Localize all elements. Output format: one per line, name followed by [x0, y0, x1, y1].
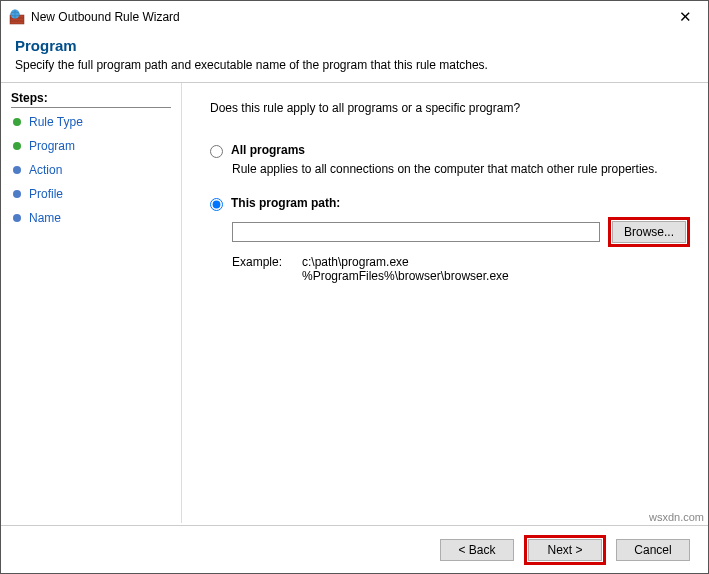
- example-label: Example:: [232, 255, 302, 283]
- window-title: New Outbound Rule Wizard: [31, 10, 670, 24]
- wizard-footer: < Back Next > Cancel: [1, 525, 708, 573]
- page-title: Program: [15, 37, 694, 54]
- bullet-icon: [13, 142, 21, 150]
- program-path-row: Browse...: [232, 217, 690, 247]
- browse-button[interactable]: Browse...: [612, 221, 686, 243]
- program-path-input[interactable]: [232, 222, 600, 242]
- option-all-label: All programs: [231, 143, 305, 157]
- step-rule-type[interactable]: Rule Type: [11, 110, 171, 134]
- browse-highlight: Browse...: [608, 217, 690, 247]
- next-button[interactable]: Next >: [528, 539, 602, 561]
- steps-heading: Steps:: [11, 91, 171, 108]
- bullet-icon: [13, 118, 21, 126]
- wizard-content: Does this rule apply to all programs or …: [181, 83, 708, 523]
- step-profile[interactable]: Profile: [11, 182, 171, 206]
- step-action[interactable]: Action: [11, 158, 171, 182]
- next-highlight: Next >: [524, 535, 606, 565]
- example-text: c:\path\program.exe %ProgramFiles%\brows…: [302, 255, 509, 283]
- firewall-icon: [9, 9, 25, 25]
- step-link[interactable]: Program: [29, 139, 75, 153]
- wizard-body: Steps: Rule Type Program Action Profile …: [1, 83, 708, 523]
- step-link[interactable]: Profile: [29, 187, 63, 201]
- bullet-icon: [13, 166, 21, 174]
- step-link[interactable]: Rule Type: [29, 115, 83, 129]
- step-program[interactable]: Program: [11, 134, 171, 158]
- page-subtitle: Specify the full program path and execut…: [15, 58, 694, 72]
- bullet-icon: [13, 190, 21, 198]
- option-program-path[interactable]: This program path:: [210, 196, 690, 211]
- radio-program-path[interactable]: [210, 198, 223, 211]
- close-button[interactable]: ✕: [670, 8, 700, 26]
- radio-all-programs[interactable]: [210, 145, 223, 158]
- step-name[interactable]: Name: [11, 206, 171, 230]
- step-link[interactable]: Action: [29, 163, 62, 177]
- wizard-header: Program Specify the full program path an…: [1, 31, 708, 82]
- back-button[interactable]: < Back: [440, 539, 514, 561]
- titlebar: New Outbound Rule Wizard ✕: [1, 1, 708, 31]
- watermark: wsxdn.com: [649, 511, 704, 523]
- step-link[interactable]: Name: [29, 211, 61, 225]
- cancel-button[interactable]: Cancel: [616, 539, 690, 561]
- option-all-desc: Rule applies to all connections on the c…: [232, 162, 690, 176]
- option-all-programs[interactable]: All programs: [210, 143, 690, 158]
- option-path-label: This program path:: [231, 196, 340, 210]
- example-row: Example: c:\path\program.exe %ProgramFil…: [232, 255, 690, 283]
- question-text: Does this rule apply to all programs or …: [210, 101, 690, 115]
- steps-sidebar: Steps: Rule Type Program Action Profile …: [1, 83, 181, 523]
- bullet-icon: [13, 214, 21, 222]
